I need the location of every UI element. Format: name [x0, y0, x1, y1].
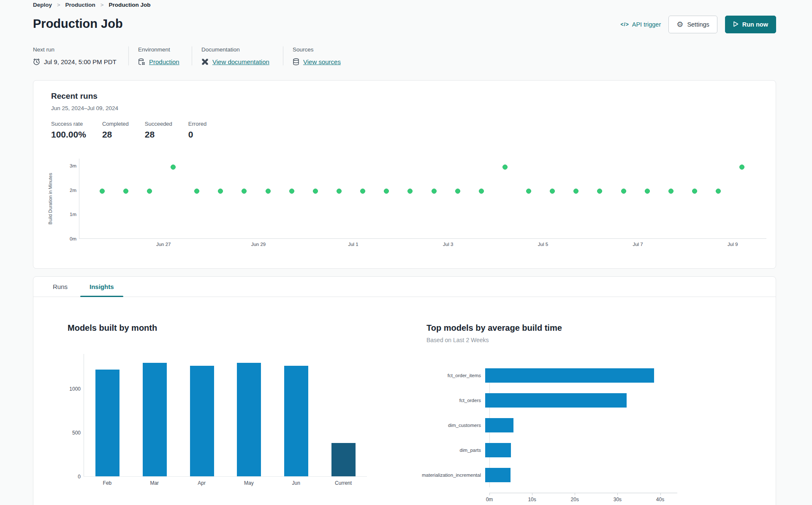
database-icon	[293, 58, 299, 65]
meta-next-run: Next run Jul 9, 2024, 5:00 PM PDT	[33, 46, 128, 65]
month-bar[interactable]	[237, 363, 261, 476]
play-icon	[733, 21, 739, 28]
run-duration-dot[interactable]	[242, 189, 247, 194]
view-documentation-link[interactable]: View documentation	[212, 58, 269, 65]
run-duration-dot[interactable]	[123, 189, 128, 194]
dbt-docs-icon	[201, 58, 209, 65]
production-job-page: Deploy > Production > Production Job Pro…	[0, 0, 812, 505]
model-build-time-row: materialization_incremental	[413, 468, 677, 482]
stat-completed: Completed 28	[102, 121, 129, 140]
next-run-value: Jul 9, 2024, 5:00 PM PDT	[44, 58, 117, 65]
view-sources-link[interactable]: View sources	[303, 58, 341, 65]
hbar-tick-mark	[617, 493, 618, 495]
model-build-time-row: fct_order_items	[413, 368, 677, 383]
api-trigger-link[interactable]: </> API trigger	[620, 21, 661, 28]
model-name-label: materialization_incremental	[413, 473, 485, 478]
environment-link[interactable]: Production	[149, 58, 179, 65]
model-build-time-row: dim_customers	[413, 418, 677, 432]
month-bar-cell	[84, 354, 131, 476]
tab-runs[interactable]: Runs	[42, 277, 79, 297]
model-name-label: fct_orders	[413, 398, 485, 403]
breadcrumb-item-production-job: Production Job	[109, 2, 150, 8]
stat-succeeded: Succeeded 28	[145, 121, 172, 140]
run-duration-dot[interactable]	[502, 165, 508, 170]
build-duration-scatter-plot	[79, 159, 766, 239]
run-duration-dot[interactable]	[289, 189, 294, 194]
run-duration-dot[interactable]	[100, 189, 105, 194]
run-duration-dot[interactable]	[550, 189, 555, 194]
month-bar-cell	[178, 354, 225, 476]
run-duration-dot[interactable]	[194, 189, 199, 194]
recent-runs-date-range: Jun 25, 2024–Jul 09, 2024	[51, 105, 118, 111]
month-bar-cell	[320, 354, 367, 476]
month-bar[interactable]	[190, 366, 214, 476]
model-build-time-bar[interactable]	[485, 443, 511, 457]
run-duration-dot[interactable]	[621, 189, 626, 194]
model-bar-track	[485, 443, 671, 457]
month-y-tick-label: 0	[78, 474, 81, 480]
run-duration-dot[interactable]	[432, 189, 437, 194]
tab-bar: Runs Insights	[33, 277, 776, 297]
month-bar[interactable]	[95, 370, 119, 476]
scatter-y-tick-label: 0m	[70, 236, 76, 241]
month-bar[interactable]	[143, 363, 167, 476]
breadcrumb-item-deploy[interactable]: Deploy	[33, 2, 52, 8]
run-duration-dot[interactable]	[716, 189, 721, 194]
run-duration-dot[interactable]	[479, 189, 484, 194]
model-bar-track	[485, 418, 671, 432]
month-x-label: May	[225, 480, 272, 486]
run-duration-dot[interactable]	[384, 189, 389, 194]
hbar-tick-mark	[575, 493, 575, 495]
run-duration-dot[interactable]	[266, 189, 271, 194]
run-duration-dot[interactable]	[407, 189, 413, 194]
run-duration-dot[interactable]	[526, 189, 531, 194]
model-build-time-bar[interactable]	[485, 393, 627, 408]
environment-icon	[138, 58, 145, 65]
breadcrumb-item-production[interactable]: Production	[65, 2, 95, 8]
scatter-y-tick-label: 3m	[70, 163, 76, 168]
settings-button[interactable]: ⚙ Settings	[668, 16, 717, 33]
hbar-rows: fct_order_itemsfct_ordersdim_customersdi…	[413, 368, 677, 482]
run-duration-dot[interactable]	[337, 189, 342, 194]
model-name-label: dim_parts	[413, 448, 485, 453]
meta-sources: Sources View sources	[283, 46, 353, 65]
run-now-button[interactable]: Run now	[725, 16, 776, 33]
stat-label: Succeeded	[145, 121, 172, 127]
model-build-time-bar[interactable]	[485, 468, 511, 482]
month-x-label: Mar	[131, 480, 178, 486]
top-models-plot: fct_order_itemsfct_ordersdim_customersdi…	[413, 368, 677, 504]
month-x-label: Feb	[84, 480, 131, 486]
breadcrumb: Deploy > Production > Production Job	[33, 2, 150, 8]
month-x-label: Current	[320, 480, 367, 486]
hbar-tick-mark	[532, 493, 532, 495]
stat-success-rate: Success rate 100.00%	[51, 121, 86, 140]
run-duration-dot[interactable]	[360, 189, 365, 194]
next-run-label: Next run	[33, 46, 117, 53]
page-title: Production Job	[33, 17, 123, 31]
month-bar[interactable]	[284, 366, 308, 476]
month-bar[interactable]	[331, 443, 356, 476]
run-duration-dot[interactable]	[218, 189, 223, 194]
run-duration-dot[interactable]	[147, 189, 152, 194]
stat-value: 28	[102, 130, 129, 140]
run-duration-dot[interactable]	[739, 165, 744, 170]
model-name-label: fct_order_items	[413, 373, 485, 378]
run-duration-dot[interactable]	[597, 189, 602, 194]
model-build-time-row: dim_parts	[413, 443, 677, 457]
run-duration-dot[interactable]	[645, 189, 650, 194]
model-build-time-bar[interactable]	[485, 418, 513, 432]
scatter-x-tick-label: Jul 5	[538, 242, 548, 247]
run-duration-dot[interactable]	[171, 165, 176, 170]
month-bar-cell	[131, 354, 179, 476]
model-build-time-bar[interactable]	[485, 368, 654, 383]
recent-runs-card: Recent runs Jun 25, 2024–Jul 09, 2024 Su…	[33, 80, 776, 269]
run-duration-dot[interactable]	[455, 189, 460, 194]
run-duration-dot[interactable]	[692, 189, 697, 194]
tab-insights[interactable]: Insights	[79, 277, 125, 297]
scatter-x-tick-label: Jun 27	[156, 242, 171, 247]
hbar-x-tick-label: 20s	[571, 497, 579, 502]
run-duration-dot[interactable]	[313, 189, 318, 194]
chevron-right-icon: >	[100, 2, 104, 8]
run-duration-dot[interactable]	[573, 189, 578, 194]
run-duration-dot[interactable]	[668, 189, 673, 194]
